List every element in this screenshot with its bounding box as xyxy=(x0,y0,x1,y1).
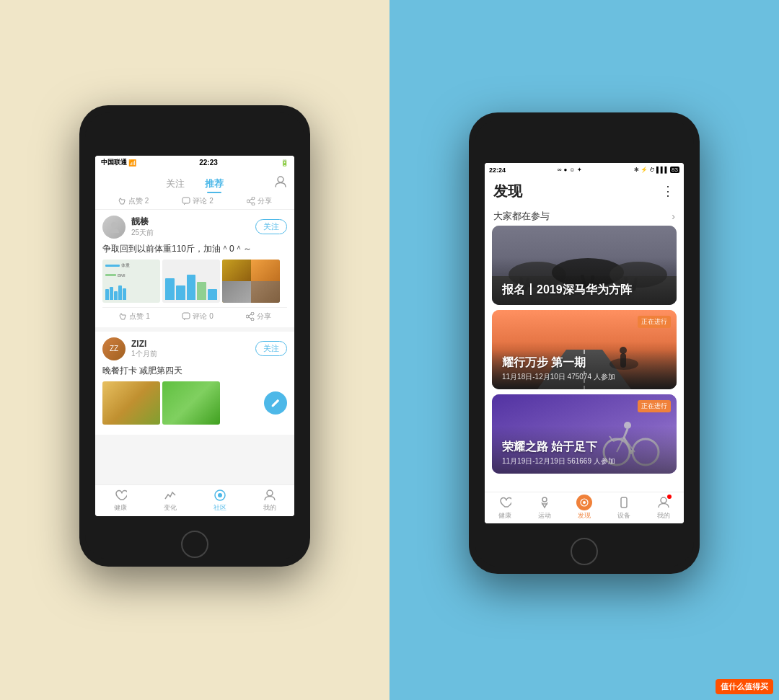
comment-post-1[interactable]: 评论 0 xyxy=(182,311,213,322)
top-tab-bar: 关注 推荐 xyxy=(95,170,294,193)
tab-following[interactable]: 关注 xyxy=(156,174,195,193)
svg-line-5 xyxy=(249,199,252,200)
left-phone: 中国联通 📶 22:23 🔋 关注 推荐 xyxy=(79,105,310,567)
status-left: 中国联通 📶 xyxy=(101,158,136,167)
nav-health[interactable]: 健康 xyxy=(114,489,127,513)
tab-underline xyxy=(207,192,221,193)
clock: 22:23 xyxy=(199,159,218,167)
battery-icon: 🔋 xyxy=(281,159,289,167)
nav-right-profile[interactable]: 我的 xyxy=(656,495,672,520)
svg-line-12 xyxy=(248,314,251,316)
card-overlay-1: 报名丨2019深马华为方阵 xyxy=(492,226,677,305)
post-actions-1: 点赞 1 评论 0 分享 xyxy=(102,307,287,322)
avatar-1 xyxy=(102,216,126,239)
profile-icon[interactable] xyxy=(273,174,289,190)
user-row-2: ZZ ZIZI 1个月前 关注 xyxy=(102,337,287,360)
feed-card-1: 靓楱 25天前 关注 争取回到以前体重110斤，加油＾0＾～ 体重 xyxy=(95,210,294,327)
left-panel: 中国联通 📶 22:23 🔋 关注 推荐 xyxy=(0,0,390,700)
card-subtitle-3: 11月19日-12月19日 561669 人参加 xyxy=(502,456,666,466)
home-button-right[interactable] xyxy=(571,538,598,565)
post-text-2: 晚餐打卡 减肥第四天 xyxy=(102,365,287,377)
svg-point-7 xyxy=(111,222,117,228)
post-text-1: 争取回到以前体重110斤，加油＾0＾～ xyxy=(102,243,287,255)
activity-card-1[interactable]: 报名丨2019深马华为方阵 xyxy=(492,226,677,305)
phone-inner-left: 中国联通 📶 22:23 🔋 关注 推荐 xyxy=(85,112,304,559)
like-post-1[interactable]: 点赞 1 xyxy=(118,311,149,322)
nav-profile[interactable]: 我的 xyxy=(263,489,276,513)
like-action[interactable]: 点赞 2 xyxy=(118,196,149,206)
time-2: 1个月前 xyxy=(131,349,157,359)
status-badge-2: 正在进行 xyxy=(638,316,671,328)
post-img-animals xyxy=(222,260,280,303)
section-title: 大家都在参与 xyxy=(493,210,550,223)
nav-community[interactable]: 社区 xyxy=(214,489,226,513)
svg-point-48 xyxy=(583,501,586,504)
nav-right-health[interactable]: 健康 xyxy=(497,495,513,520)
status-right: 🔋 xyxy=(281,159,289,167)
svg-line-6 xyxy=(249,202,252,203)
card-title-3: 荣耀之路 始于足下 xyxy=(502,440,666,455)
comment-action[interactable]: 评论 2 xyxy=(182,196,213,206)
share-action[interactable]: 分享 xyxy=(247,196,272,206)
food-img-greens xyxy=(162,381,220,425)
post-img-data: 体重 BMI xyxy=(102,260,160,303)
username-1: 靓楱 xyxy=(131,216,154,228)
svg-point-51 xyxy=(661,497,666,503)
svg-point-15 xyxy=(218,493,222,497)
phone-screen-right: 22:24 ∞ ● ☺ ✦ ✻ ⚡ ⏱ ▌▌▌ 83 xyxy=(485,163,684,523)
nav-right-exercise[interactable]: 运动 xyxy=(537,495,553,520)
share-post-1[interactable]: 分享 xyxy=(246,311,271,322)
user-row-1: 靓楱 25天前 关注 xyxy=(102,216,287,239)
discover-header: 发现 ⋮ xyxy=(485,177,684,205)
bottom-nav-right: 健康 运动 发现 xyxy=(485,492,684,523)
activity-card-3[interactable]: 荣耀之路 始于足下 11月19日-12月19日 561669 人参加 正在进行 xyxy=(492,394,677,474)
discover-title: 发现 xyxy=(493,182,522,201)
nav-changes[interactable]: 变化 xyxy=(164,489,177,513)
food-img-rice xyxy=(102,381,160,425)
profile-badge xyxy=(667,495,672,499)
username-2: ZIZI xyxy=(131,339,157,349)
card-subtitle-2: 11月18日-12月10日 475074 人参加 xyxy=(502,372,666,382)
wifi-icon: 📶 xyxy=(128,159,136,167)
right-phone: 22:24 ∞ ● ☺ ✦ ✻ ⚡ ⏱ ▌▌▌ 83 xyxy=(469,112,700,574)
svg-line-13 xyxy=(248,317,251,319)
svg-rect-1 xyxy=(182,198,190,203)
status-badge-3: 正在进行 xyxy=(638,400,671,412)
tab-recommend[interactable]: 推荐 xyxy=(195,174,234,193)
feed-card-2: ZZ ZIZI 1个月前 关注 晚餐打卡 减肥第四天 xyxy=(95,332,294,435)
more-icon[interactable]: ⋮ xyxy=(661,183,675,199)
activity-cards: 报名丨2019深马华为方阵 xyxy=(485,226,684,492)
svg-rect-49 xyxy=(621,497,627,508)
food-images xyxy=(102,381,287,425)
bottom-nav-left: 健康 变化 社区 xyxy=(95,484,294,516)
follow-btn-2[interactable]: 关注 xyxy=(255,341,287,356)
follow-btn-1[interactable]: 关注 xyxy=(255,219,287,234)
status-bar-right: 22:24 ∞ ● ☺ ✦ ✻ ⚡ ⏱ ▌▌▌ 83 xyxy=(485,163,684,177)
status-bar-left: 中国联通 📶 22:23 🔋 xyxy=(95,156,294,170)
post-img-chart xyxy=(162,260,220,303)
feed-content: 靓楱 25天前 关注 争取回到以前体重110斤，加油＾0＾～ 体重 xyxy=(95,210,294,484)
watermark: 值什么值得买 xyxy=(716,679,773,694)
nav-right-device[interactable]: 设备 xyxy=(616,495,632,520)
carrier: 中国联通 xyxy=(101,158,127,167)
home-button-left[interactable] xyxy=(181,531,208,558)
section-header: 大家都在参与 › xyxy=(485,205,684,226)
activity-card-2[interactable]: 耀行万步 第一期 11月18日-12月10日 475074 人参加 正在进行 xyxy=(492,310,677,389)
action-bar: 点赞 2 评论 2 分享 xyxy=(95,193,294,210)
card-title-2: 耀行万步 第一期 xyxy=(502,355,666,371)
avatar-2: ZZ xyxy=(102,337,126,360)
section-arrow[interactable]: › xyxy=(672,211,675,222)
svg-rect-8 xyxy=(182,313,190,319)
status-time-right: 22:24 xyxy=(489,167,506,174)
card-title-1: 报名丨2019深马华为方阵 xyxy=(502,283,666,298)
user-info-2: ZZ ZIZI 1个月前 xyxy=(102,337,157,360)
phone-screen-left: 中国联通 📶 22:23 🔋 关注 推荐 xyxy=(95,156,294,516)
nav-right-discover[interactable]: 发现 xyxy=(576,495,592,520)
time-1: 25天前 xyxy=(131,228,154,238)
post-images-1: 体重 BMI xyxy=(102,260,287,303)
svg-point-45 xyxy=(542,497,547,502)
svg-point-0 xyxy=(278,177,283,182)
right-panel: 22:24 ∞ ● ☺ ✦ ✻ ⚡ ⏱ ▌▌▌ 83 xyxy=(390,0,779,700)
svg-point-16 xyxy=(267,490,273,496)
edit-fab[interactable] xyxy=(264,391,287,415)
